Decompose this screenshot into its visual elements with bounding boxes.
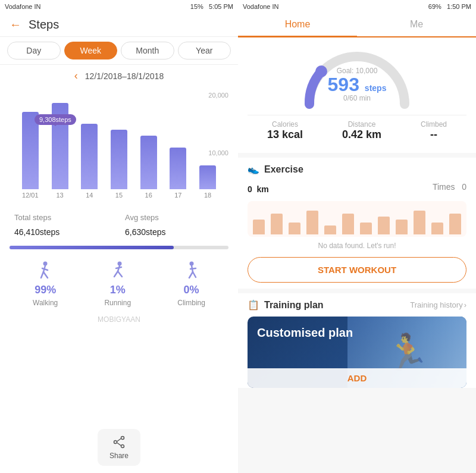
tab-year[interactable]: Year	[178, 42, 231, 59]
exercise-stats: 0 km Times 0	[248, 177, 466, 196]
bar-group-0: 12/01	[22, 112, 39, 199]
header-left: ← Steps	[0, 13, 238, 37]
run-icon	[107, 260, 129, 281]
running-label: Running	[104, 299, 131, 307]
status-bar-right: Vodafone IN 69% 1:50 PM	[238, 0, 476, 13]
mini-bar-2	[289, 223, 300, 234]
share-label: Share	[109, 452, 129, 460]
svg-line-14	[190, 268, 196, 269]
share-container: Share	[0, 422, 238, 473]
add-plan-button[interactable]: ADD	[248, 368, 466, 388]
tab-home[interactable]: Home	[238, 13, 357, 37]
back-button[interactable]: ←	[10, 18, 21, 32]
prev-date-button[interactable]: ‹	[74, 70, 78, 82]
bar-2	[81, 124, 98, 189]
no-data-text: No data found. Let's run!	[248, 239, 466, 252]
runner-silhouette: 🏃	[385, 331, 430, 374]
training-header: 📋 Training plan Training history ›	[248, 299, 466, 311]
svg-line-9	[116, 267, 121, 268]
activity-running: 1% Running	[104, 260, 131, 307]
share-button[interactable]: Share	[98, 429, 140, 466]
svg-point-17	[121, 445, 124, 448]
status-bar-left: Vodafone IN 15% 5:05 PM	[0, 0, 238, 13]
exercise-title: Exercise	[264, 164, 303, 175]
total-steps-label: Total steps	[14, 213, 113, 222]
steps-value: 593 steps	[328, 75, 387, 94]
bar-label-1: 13	[56, 192, 63, 199]
climb-icon	[181, 260, 202, 281]
climbing-percent: 0%	[184, 284, 199, 296]
svg-line-12	[189, 272, 193, 278]
tab-me[interactable]: Me	[357, 13, 476, 36]
climbed-label: Climbed	[421, 120, 447, 129]
exercise-times: Times 0	[433, 182, 466, 192]
mini-bar-6	[360, 223, 372, 234]
bar-group-2: 14	[81, 124, 98, 199]
bar-label-6: 18	[204, 192, 211, 199]
bar-label-4: 16	[145, 192, 152, 199]
gauge-center: Goal: 10,000 593 steps 0/60 min	[328, 67, 387, 102]
svg-point-20	[315, 65, 327, 77]
avg-steps-value: 6,630steps	[125, 222, 224, 239]
training-title: Training plan	[264, 300, 324, 311]
distance-label: Distance	[342, 120, 381, 129]
bar-label-0: 12/01	[22, 192, 39, 199]
bar-group-5: 17	[170, 148, 186, 199]
tab-bar: Day Week Month Year	[0, 37, 238, 65]
mini-bar-1	[271, 214, 283, 234]
metric-distance: Distance 0.42 km	[342, 120, 381, 141]
plan-card: Customised plan 🏃 ADD	[248, 317, 466, 388]
bar-3	[111, 130, 127, 189]
walk-icon	[35, 260, 56, 281]
bar-group-4: 16	[140, 136, 157, 199]
mini-bar-8	[396, 220, 408, 234]
start-workout-button[interactable]: START WORKOUT	[248, 257, 466, 283]
tab-month[interactable]: Month	[121, 42, 174, 59]
mini-bar-7	[378, 217, 390, 234]
tab-week[interactable]: Week	[64, 42, 118, 59]
svg-line-2	[41, 272, 43, 278]
bar-group-6: 18	[199, 165, 216, 199]
tab-day[interactable]: Day	[7, 42, 61, 59]
progress-bar	[10, 246, 228, 249]
page-title: Steps	[29, 18, 59, 32]
calories-label: Calories	[267, 120, 303, 129]
status-right-right: 69% 1:50 PM	[428, 3, 471, 10]
bar-label-5: 17	[174, 192, 181, 199]
bar-group-3: 15	[111, 130, 127, 199]
training-icon: 📋	[248, 299, 259, 311]
bar-4	[140, 136, 157, 189]
bar-label-3: 15	[115, 192, 123, 199]
walking-percent: 99%	[35, 284, 56, 296]
carrier-right: Vodafone IN	[243, 3, 279, 10]
svg-line-3	[43, 272, 48, 278]
training-title-group: 📋 Training plan	[248, 299, 324, 311]
mini-bar-3	[306, 211, 318, 234]
mini-bar-chart	[248, 201, 466, 237]
mini-bar-0	[253, 220, 265, 234]
time-text: 0/60 min	[328, 94, 387, 102]
svg-line-18	[117, 438, 121, 441]
circular-stats: Goal: 10,000 593 steps 0/60 min Calories…	[238, 37, 476, 153]
y-label-top: 20,000	[208, 92, 228, 99]
metrics-row: Calories 13 kcal Distance 0.42 km Climbe…	[248, 115, 466, 146]
activity-icons: 99% Walking 1% Running 0% Climbi	[0, 254, 238, 313]
exercise-icon: 👟	[248, 164, 259, 175]
activity-walking: 99% Walking	[33, 260, 58, 307]
climbed-value: --	[421, 129, 447, 141]
climbing-label: Climbing	[177, 299, 205, 307]
avg-steps-block: Avg steps 6,630steps	[125, 213, 224, 239]
date-nav: ‹ 12/1/2018–18/1/2018	[0, 65, 238, 87]
bar-5	[170, 148, 186, 189]
metric-climbed: Climbed --	[421, 120, 447, 141]
bar-label-2: 14	[86, 192, 93, 199]
right-panel: Vodafone IN 69% 1:50 PM Home Me Goal: 10…	[238, 0, 476, 473]
chart-area: 20,000 9,308steps 12/01131415161718 10,0…	[0, 87, 238, 206]
training-history-button[interactable]: Training history ›	[410, 300, 466, 309]
mini-bar-4	[324, 225, 336, 234]
mini-bar-5	[342, 214, 354, 234]
activity-climbing: 0% Climbing	[177, 260, 205, 307]
progress-fill	[10, 246, 174, 249]
carrier-left: Vodafone IN	[5, 3, 41, 10]
training-section: 📋 Training plan Training history › Custo…	[238, 293, 476, 388]
